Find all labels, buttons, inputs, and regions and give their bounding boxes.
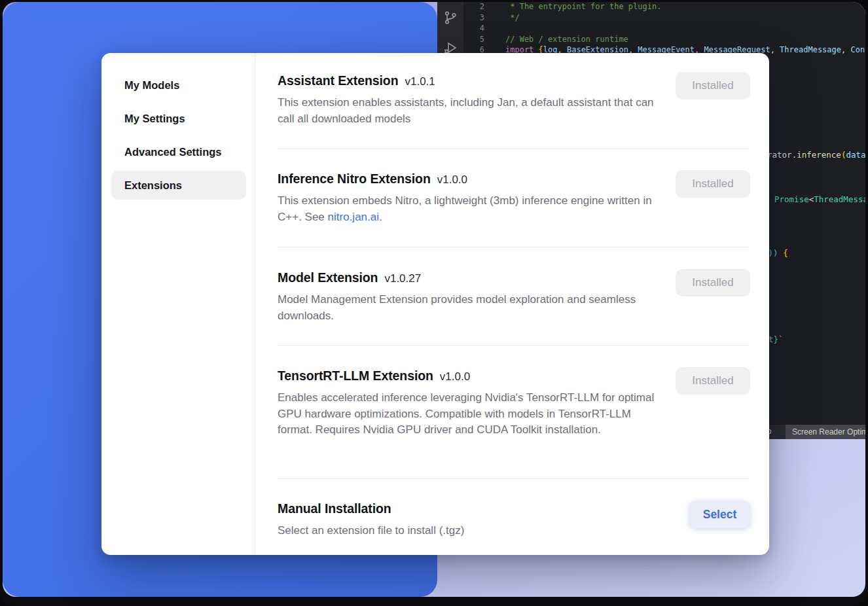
- sidebar-item-my-models[interactable]: My Models: [111, 71, 246, 99]
- source-control-icon[interactable]: [443, 10, 458, 26]
- extension-row: Assistant Extensionv1.0.1 This extension…: [278, 71, 750, 127]
- nitro-jan-ai-link[interactable]: nitro.jan.ai.: [328, 211, 382, 223]
- sidebar-item-extensions[interactable]: Extensions: [111, 171, 246, 200]
- installed-button[interactable]: Installed: [676, 72, 750, 99]
- installed-button[interactable]: Installed: [676, 269, 750, 296]
- row-divider: [278, 345, 750, 346]
- extension-name: Model Extension: [278, 270, 378, 285]
- settings-sidebar: My Models My Settings Advanced Settings …: [101, 53, 255, 555]
- extension-description: This extension enables assistants, inclu…: [278, 95, 662, 127]
- extension-name: Assistant Extension: [278, 73, 398, 88]
- settings-modal: My Models My Settings Advanced Settings …: [101, 53, 769, 555]
- extension-description: This extension embeds Nitro, a lightweig…: [278, 193, 662, 225]
- manual-installation-description: Select an extension file to install (.tg…: [278, 523, 662, 539]
- manual-installation-title: Manual Installation: [278, 501, 391, 516]
- extension-row: Inference Nitro Extensionv1.0.0 This ext…: [278, 169, 750, 225]
- extension-description: Model Management Extension provides mode…: [278, 292, 662, 324]
- select-file-button[interactable]: Select: [689, 501, 750, 528]
- manual-installation-row: Manual Installation Select an extension …: [278, 499, 750, 539]
- extension-description: Enables accelerated inference leveraging…: [278, 390, 662, 438]
- row-divider: [278, 149, 750, 149]
- screen-reader-status[interactable]: Screen Reader Optimize: [786, 425, 865, 439]
- row-divider: [278, 247, 750, 247]
- extension-name: TensortRT-LLM Extension: [278, 368, 433, 383]
- sidebar-item-advanced-settings[interactable]: Advanced Settings: [111, 137, 246, 166]
- installed-button[interactable]: Installed: [676, 367, 750, 395]
- extension-version: v1.0.0: [437, 173, 467, 186]
- extension-row: TensortRT-LLM Extensionv1.0.0 Enables ac…: [278, 366, 750, 438]
- installed-button[interactable]: Installed: [676, 170, 750, 198]
- extension-version: v1.0.1: [405, 75, 435, 88]
- extension-heading: Manual Installation: [278, 499, 750, 518]
- extensions-list: Assistant Extensionv1.0.1 This extension…: [278, 53, 750, 555]
- sidebar-item-my-settings[interactable]: My Settings: [111, 104, 246, 133]
- extension-row: Model Extensionv1.0.27 Model Management …: [278, 268, 750, 324]
- row-divider: [278, 478, 750, 479]
- extension-version: v1.0.27: [384, 272, 421, 285]
- app-screenshot: 23456 * The entrypoint for the plugin. *…: [0, 0, 868, 606]
- code-lines: * The entrypoint for the plugin. */ // W…: [505, 2, 865, 56]
- extension-version: v1.0.0: [440, 370, 470, 383]
- extension-name: Inference Nitro Extension: [278, 171, 431, 186]
- line-numbers: 23456: [462, 2, 484, 56]
